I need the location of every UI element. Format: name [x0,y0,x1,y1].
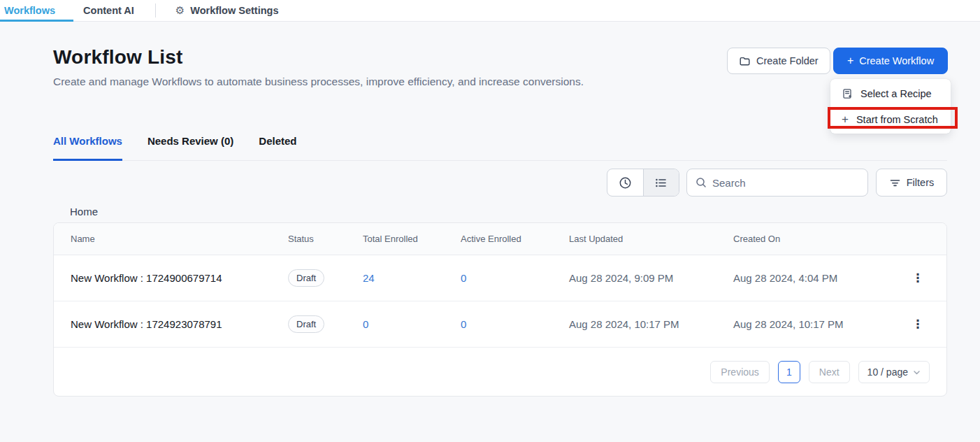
topnav-content-ai-label: Content AI [83,5,134,16]
column-header-status: Status [288,234,363,244]
search-box [686,169,868,197]
plus-icon: + [842,113,849,125]
menu-item-select-a-recipe-label: Select a Recipe [860,88,932,99]
workflow-tabs: All Workflows Needs Review (0) Deleted [53,135,947,161]
page-size-select[interactable]: 10 / page [858,361,930,383]
total-enrolled-link[interactable]: 0 [363,318,461,330]
page-subtitle: Create and manage Workflows to automate … [53,73,584,90]
list-view-button[interactable] [643,169,679,196]
topnav-workflow-settings-label: Workflow Settings [190,5,278,16]
menu-item-start-from-scratch[interactable]: + Start from Scratch [830,106,951,132]
create-workflow-label: Create Workflow [859,55,934,66]
active-enrolled-link[interactable]: 0 [461,272,569,284]
status-badge: Draft [288,269,324,287]
create-workflow-button[interactable]: + Create Workflow [833,48,948,74]
list-icon [654,176,668,190]
table-header-row: Name Status Total Enrolled Active Enroll… [54,223,946,255]
status-badge: Draft [288,315,324,333]
create-workflow-dropdown: Select a Recipe + Start from Scratch [830,79,951,134]
clock-icon [619,176,632,190]
column-header-name: Name [71,234,288,244]
create-folder-button[interactable]: Create Folder [727,48,830,74]
created-on-value: Aug 28 2024, 4:04 PM [733,272,908,284]
page-title: Workflow List [53,46,183,69]
menu-item-start-from-scratch-label: Start from Scratch [856,114,938,125]
chevron-down-icon [913,369,921,376]
tab-all-workflows[interactable]: All Workflows [53,135,122,160]
search-icon [696,177,707,188]
recipe-document-icon [842,88,853,99]
column-header-created-on: Created On [733,234,908,244]
plus-icon: + [847,55,853,66]
history-view-button[interactable] [607,169,643,196]
tab-deleted[interactable]: Deleted [259,135,296,160]
pagination: Previous 1 Next 10 / page [54,348,946,397]
row-actions-menu-icon[interactable]: ⋮ [908,318,928,330]
created-on-value: Aug 28 2024, 10:17 PM [733,318,908,330]
folder-icon [739,55,751,67]
page-number-button[interactable]: 1 [778,361,800,383]
filters-button[interactable]: Filters [876,169,947,197]
view-toggle [607,169,679,197]
last-updated-value: Aug 28 2024, 9:09 PM [569,272,733,284]
column-header-total-enrolled: Total Enrolled [363,234,461,244]
topnav-divider [155,3,156,17]
table-row: New Workflow : 1724923078791 Draft 0 0 A… [54,301,946,348]
page-size-label: 10 / page [867,366,908,378]
breadcrumb: Home [70,206,98,218]
active-enrolled-link[interactable]: 0 [461,318,569,330]
total-enrolled-link[interactable]: 24 [363,272,461,284]
filter-icon [889,177,901,189]
column-header-last-updated: Last Updated [569,234,733,244]
column-header-active-enrolled: Active Enrolled [461,234,569,244]
tab-needs-review[interactable]: Needs Review (0) [147,135,233,160]
top-nav-bar: Workflows Content AI ⚙ Workflow Settings [0,0,980,22]
topnav-workflows-label: Workflows [4,5,55,16]
table-row: New Workflow : 1724900679714 Draft 24 0 … [54,255,946,301]
previous-page-button[interactable]: Previous [710,361,769,383]
create-folder-label: Create Folder [756,55,819,66]
filters-label: Filters [907,177,934,188]
search-input[interactable] [712,177,859,189]
topnav-workflows[interactable]: Workflows [0,0,73,21]
menu-item-select-a-recipe[interactable]: Select a Recipe [830,80,951,106]
next-page-button[interactable]: Next [809,361,850,383]
workflow-table-card: Name Status Total Enrolled Active Enroll… [53,222,947,397]
last-updated-value: Aug 28 2024, 10:17 PM [569,318,733,330]
row-actions-menu-icon[interactable]: ⋮ [908,272,928,284]
workflow-name-link[interactable]: New Workflow : 1724900679714 [71,272,288,284]
topnav-content-ai[interactable]: Content AI [73,0,144,21]
gear-icon: ⚙ [175,4,185,17]
topnav-workflow-settings[interactable]: ⚙ Workflow Settings [166,0,289,21]
workflow-name-link[interactable]: New Workflow : 1724923078791 [71,318,288,330]
